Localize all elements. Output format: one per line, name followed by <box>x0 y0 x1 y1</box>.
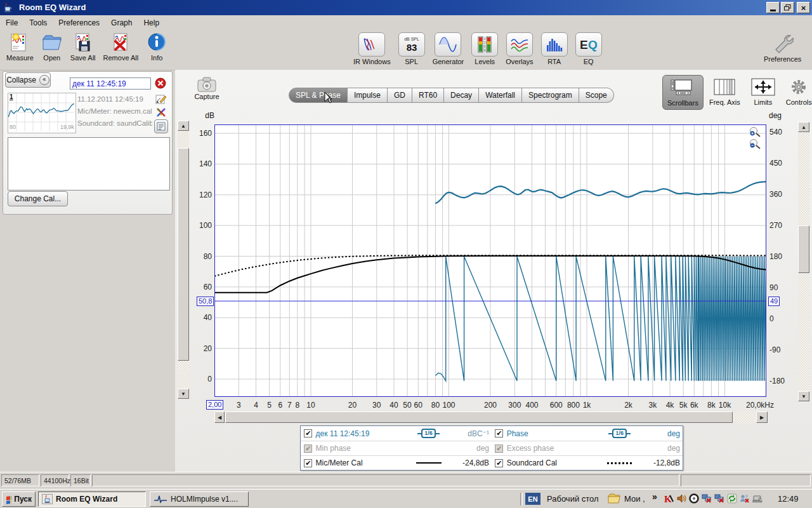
toolbar-ir-windows-button[interactable]: IR Windows <box>353 32 391 65</box>
desktop-toolbar-label[interactable]: Рабочий стол <box>547 494 599 504</box>
delete-measurement-button[interactable] <box>155 77 166 89</box>
scroll-up-button[interactable]: ▲ <box>178 121 189 131</box>
legend-checkbox--11-12-45-19[interactable]: ✔ <box>304 429 312 438</box>
measurement-notes-textarea[interactable] <box>8 137 170 190</box>
graph-controls-button[interactable]: Controls <box>782 75 812 109</box>
phase-axis-label-360deg: 360 <box>769 190 795 199</box>
x-axis-label-300: 300 <box>508 401 521 410</box>
right-vertical-scrollbar[interactable]: ▲ ▼ <box>798 122 809 401</box>
horizontal-scrollbar-thumb[interactable] <box>225 411 733 423</box>
scroll-left-button[interactable]: ◀ <box>214 411 225 423</box>
collapse-button[interactable]: Collapse « <box>5 72 51 88</box>
capture-label: Capture <box>193 93 221 100</box>
edit-comment-icon[interactable] <box>155 93 167 105</box>
menu-tools[interactable]: Tools <box>23 17 53 29</box>
phase-curve <box>435 257 766 381</box>
scroll-right-button[interactable]: ▶ <box>756 411 768 423</box>
toolbar-open-button[interactable]: Open <box>41 32 63 62</box>
toolbar-levels-button[interactable]: 0369Levels <box>471 32 498 65</box>
right-scrollbar-thumb[interactable] <box>798 225 809 273</box>
tab-spl-phase[interactable]: SPL & Phase <box>289 88 348 103</box>
restore-button[interactable] <box>781 2 794 13</box>
folder-icon[interactable] <box>608 493 620 504</box>
legend-checkbox-phase[interactable]: ✔ <box>495 429 503 438</box>
phase-scroll-down-button[interactable]: ▼ <box>798 391 809 401</box>
status-44100hz: 44100Hz <box>41 474 69 486</box>
users-offline-tray-icon[interactable] <box>739 493 750 504</box>
clock-ring-tray-icon[interactable] <box>688 493 699 504</box>
tab-gd[interactable]: GD <box>388 88 412 103</box>
taskbar-task-holmimpulse-v1[interactable]: HOLMImpulse v1.... <box>150 491 249 507</box>
menu-graph[interactable]: Graph <box>105 17 138 29</box>
tab-rt60[interactable]: RT60 <box>412 88 444 103</box>
zoom-in-icon[interactable] <box>749 126 761 137</box>
menu-file[interactable]: File <box>0 17 23 29</box>
tab-decay[interactable]: Decay <box>444 88 479 103</box>
toolbar-rta-button[interactable]: RTA <box>541 32 568 65</box>
trace-colour-icon[interactable] <box>155 107 167 118</box>
horizontal-scrollbar[interactable]: ◀ ▶ <box>214 411 768 423</box>
toolbar-save-all-button[interactable]: Save All <box>70 32 96 62</box>
y-axis-label-0db: 0 <box>190 375 212 384</box>
right-axis-unit: deg <box>769 111 782 120</box>
tab-scope[interactable]: Scope <box>579 88 614 103</box>
legend-checkbox-soundcard-cal[interactable]: ✔ <box>495 459 503 467</box>
left-scrollbar-thumb[interactable] <box>178 148 189 361</box>
network-offline-1-tray-icon[interactable] <box>701 493 712 504</box>
left-vertical-scrollbar[interactable]: ▲ ▼ <box>178 121 189 399</box>
toolbar-eq-button[interactable]: EQEQ <box>575 32 602 65</box>
tab-spectrogram[interactable]: Spectrogram <box>522 88 579 103</box>
remote-device-tray-icon[interactable] <box>752 493 763 504</box>
scroll-down-button[interactable]: ▼ <box>178 389 189 399</box>
toolbar-info-button[interactable]: Info <box>146 32 167 62</box>
taskbar-task-room-eq-wizard[interactable]: Room EQ Wizard <box>38 491 146 507</box>
smoothing-control[interactable]: 1/6 <box>417 429 440 438</box>
minimize-button[interactable] <box>766 2 780 13</box>
legend-checkbox-mic-meter-cal[interactable]: ✔ <box>304 459 312 467</box>
desktop-toolbar-item[interactable]: Мои , <box>624 494 645 504</box>
volume-tray-icon[interactable] <box>676 493 686 504</box>
notes-icon[interactable] <box>154 119 168 133</box>
capture-button[interactable]: Capture <box>193 76 221 100</box>
toolbar-preferences-button[interactable]: Preferences <box>764 32 801 63</box>
x-axis-label-6: 6 <box>278 401 282 410</box>
status-16bit: 16Bit <box>70 474 91 486</box>
legend-value: deg <box>453 444 492 453</box>
graph-button-label: Scrollbars <box>667 99 698 107</box>
kaspersky-tray-icon[interactable]: K <box>663 493 674 504</box>
graph-limits-button[interactable]: Limits <box>746 75 780 109</box>
toolbar-generator-button[interactable]: Generator <box>433 32 464 65</box>
measurement-info-line-2: Soundcard: saundCalibra. <box>77 117 152 130</box>
start-button[interactable]: Пуск <box>2 491 36 507</box>
zoom-out-icon[interactable] <box>749 138 761 149</box>
change-cal-button[interactable]: Change Cal... <box>8 191 68 206</box>
spl-meter-icon: dB SPL83 <box>398 32 425 57</box>
toolbar-measure-button[interactable]: Measure <box>6 32 34 62</box>
toolbar-label: Measure <box>6 54 34 62</box>
phase-axis-label-180deg: 180 <box>769 252 795 261</box>
legend-value: -24,8dB <box>453 458 492 467</box>
spl-phase-chart[interactable] <box>214 124 766 397</box>
phase-axis-label-270deg: 270 <box>769 221 795 230</box>
toolbar-overlays-button[interactable]: Overlays <box>506 32 533 65</box>
measurement-thumbnail[interactable]: 1 80 19,9k <box>8 93 76 133</box>
toolbar-chevron[interactable]: » <box>652 491 657 502</box>
toolbar-remove-all-button[interactable]: Remove All <box>103 32 139 62</box>
toolbar-spl-button[interactable]: dB SPL83SPL <box>398 32 425 65</box>
tab-impulse[interactable]: Impulse <box>348 88 388 103</box>
close-button[interactable]: × <box>797 2 810 13</box>
update-agent-tray-icon[interactable] <box>726 493 737 504</box>
measurement-name-input[interactable] <box>70 77 151 90</box>
network-offline-2-tray-icon[interactable] <box>714 493 724 504</box>
toolbar-label: Generator <box>433 58 464 65</box>
graph-scrollbars-button[interactable]: Scrollbars <box>662 75 704 110</box>
svg-text:Q: Q <box>588 38 598 51</box>
y-axis-label-160db: 160 <box>190 129 212 138</box>
language-indicator[interactable]: EN <box>525 493 540 505</box>
menu-help[interactable]: Help <box>138 17 165 29</box>
phase-scroll-up-button[interactable]: ▲ <box>798 122 809 132</box>
tab-waterfall[interactable]: Waterfall <box>479 88 522 103</box>
smoothing-control[interactable]: 1/6 <box>608 429 631 438</box>
menu-preferences[interactable]: Preferences <box>53 17 105 29</box>
graph-freq-axis-button[interactable]: Freq. Axis <box>705 75 745 109</box>
